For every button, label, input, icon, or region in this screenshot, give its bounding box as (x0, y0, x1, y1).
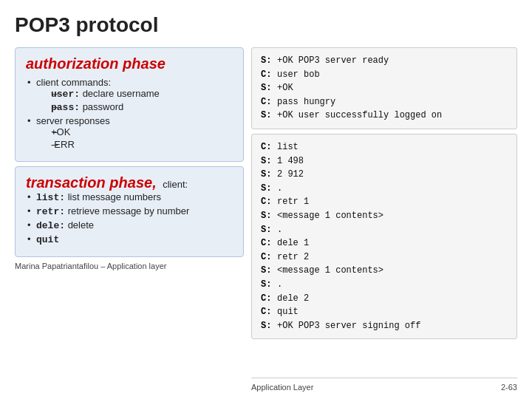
dialog-prefix-4: C: (261, 95, 277, 109)
client-commands-label: client commands: (36, 77, 111, 88)
pass-cmd-desc: password (83, 101, 124, 112)
lower-text-1: list (277, 140, 299, 154)
lower-text-12: dele 2 (277, 292, 309, 306)
lower-prefix-4: S: (261, 182, 277, 196)
dialog-text-1: +OK POP3 server ready (277, 54, 389, 68)
lower-prefix-9: C: (261, 250, 277, 265)
transaction-phase-header: transaction phase, client: (26, 174, 233, 191)
bottom-bar: Application Layer 2-63 (251, 378, 517, 392)
lower-prefix-14: S: (261, 319, 277, 333)
right-panel: S: +OK POP3 server ready C: user bob S: … (251, 47, 517, 392)
lower-text-10: <message 1 contents> (277, 264, 383, 278)
list-cmd-desc: list message numbers (68, 191, 161, 202)
lower-prefix-10: S: (261, 264, 277, 278)
lower-prefix-11: S: (261, 278, 277, 292)
dialog-text-3: +OK (277, 81, 293, 95)
lower-text-8: dele 1 (277, 236, 309, 250)
server-responses-item: server responses +OK -ERR (26, 115, 233, 150)
user-cmd-item: user: declare username (51, 88, 233, 100)
ok-response-item: +OK (51, 126, 233, 137)
lower-prefix-7: S: (261, 223, 277, 237)
quit-cmd-code: quit (36, 234, 59, 245)
lower-line-12: C: dele 2 (261, 292, 508, 306)
transaction-bullet-list: list: list message numbers retr: retriev… (26, 191, 233, 245)
lower-prefix-12: C: (261, 292, 277, 306)
pass-cmd-item: pass: password (51, 101, 233, 113)
lower-line-14: S: +OK POP3 server signing off (261, 319, 508, 333)
transaction-phase-box: transaction phase, client: list: list me… (15, 166, 244, 257)
lower-line-9: C: retr 2 (261, 250, 508, 265)
footer-left: Marina Papatriantafilou – Application la… (15, 262, 244, 270)
dialog-prefix-1: S: (261, 54, 277, 68)
lower-prefix-3: S: (261, 168, 277, 182)
lower-line-8: C: dele 1 (261, 236, 508, 250)
lower-line-4: S: . (261, 182, 508, 196)
transaction-phase-title: transaction phase, (26, 174, 157, 191)
dialog-line-2: C: user bob (261, 68, 508, 82)
sub-commands-list: user: declare username pass: password (36, 88, 233, 113)
lower-text-13: quit (277, 305, 299, 319)
lower-prefix-6: S: (261, 209, 277, 223)
dialog-prefix-5: S: (261, 109, 277, 123)
page-title: POP3 protocol (15, 13, 517, 37)
lower-prefix-1: C: (261, 140, 277, 154)
dialog-line-3: S: +OK (261, 81, 508, 95)
lower-text-14: +OK POP3 server signing off (277, 319, 420, 333)
pass-cmd-code: pass: (51, 102, 80, 113)
page: POP3 protocol authorization phase client… (0, 0, 532, 399)
lower-line-1: C: list (261, 140, 508, 154)
user-cmd-code: user: (51, 89, 80, 100)
lower-prefix-2: S: (261, 154, 277, 168)
lower-line-10: S: <message 1 contents> (261, 264, 508, 278)
quit-cmd-item: quit (26, 233, 233, 245)
lower-line-7: S: . (261, 223, 508, 237)
server-responses-list: +OK -ERR (36, 126, 233, 150)
dialog-prefix-3: S: (261, 81, 277, 95)
list-cmd-item: list: list message numbers (26, 191, 233, 203)
dialog-line-4: C: pass hungry (261, 95, 508, 109)
dialog-prefix-2: C: (261, 68, 277, 82)
lower-text-3: 2 912 (277, 168, 304, 182)
dele-cmd-code: dele: (36, 220, 65, 231)
dialog-line-5: S: +OK user successfully logged on (261, 109, 508, 123)
user-cmd-desc: declare username (83, 88, 160, 99)
lower-prefix-13: C: (261, 305, 277, 319)
dialog-line-1: S: +OK POP3 server ready (261, 54, 508, 68)
bottom-left-label: Application Layer (251, 383, 313, 392)
dialog-text-4: pass hungry (277, 95, 335, 109)
retr-cmd-code: retr: (36, 206, 65, 217)
auth-phase-box: authorization phase client commands: use… (15, 47, 244, 162)
lower-text-7: . (277, 223, 282, 237)
err-response-item: -ERR (51, 139, 233, 150)
lower-prefix-8: C: (261, 236, 277, 250)
left-panel: authorization phase client commands: use… (15, 47, 244, 392)
lower-line-5: C: retr 1 (261, 195, 508, 209)
lower-line-2: S: 1 498 (261, 154, 508, 168)
list-cmd-code: list: (36, 192, 65, 203)
dele-cmd-item: dele: delete (26, 219, 233, 231)
lower-text-5: retr 1 (277, 195, 309, 209)
retr-cmd-item: retr: retrieve message by number (26, 205, 233, 217)
lower-line-3: S: 2 912 (261, 168, 508, 182)
server-responses-label: server responses (36, 115, 110, 126)
retr-cmd-desc: retrieve message by number (68, 205, 190, 216)
bottom-right-label: 2-63 (501, 383, 517, 392)
dialog-text-2: user bob (277, 68, 320, 82)
client-commands-item: client commands: user: declare username … (26, 77, 233, 113)
upper-dialog-box: S: +OK POP3 server ready C: user bob S: … (251, 47, 517, 129)
dele-cmd-desc: delete (68, 219, 94, 231)
lower-text-6: <message 1 contents> (277, 209, 383, 223)
lower-prefix-5: C: (261, 195, 277, 209)
lower-dialog-box: C: list S: 1 498 S: 2 912 S: . C: retr (251, 134, 517, 339)
lower-line-13: C: quit (261, 305, 508, 319)
dialog-text-5: +OK user successfully logged on (277, 109, 442, 123)
main-content: authorization phase client commands: use… (15, 47, 517, 392)
lower-line-6: S: <message 1 contents> (261, 209, 508, 223)
lower-text-11: . (277, 278, 282, 292)
auth-phase-title: authorization phase (26, 55, 233, 72)
lower-text-9: retr 2 (277, 250, 309, 265)
lower-text-4: . (277, 182, 282, 196)
transaction-phase-subtitle: client: (163, 179, 188, 190)
lower-text-2: 1 498 (277, 154, 304, 168)
lower-line-11: S: . (261, 278, 508, 292)
